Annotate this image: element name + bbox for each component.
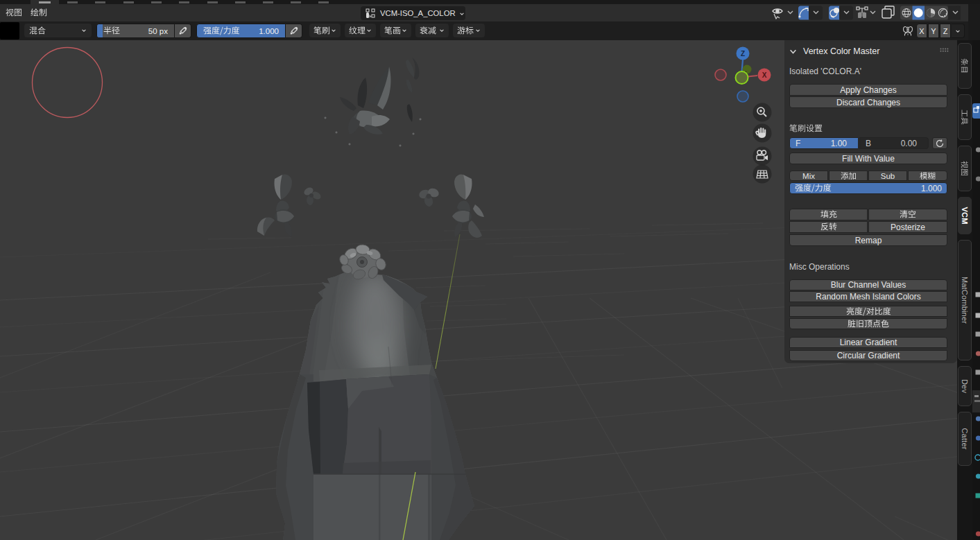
svg-text:Z: Z	[741, 50, 745, 58]
svg-text:X: X	[762, 71, 767, 79]
